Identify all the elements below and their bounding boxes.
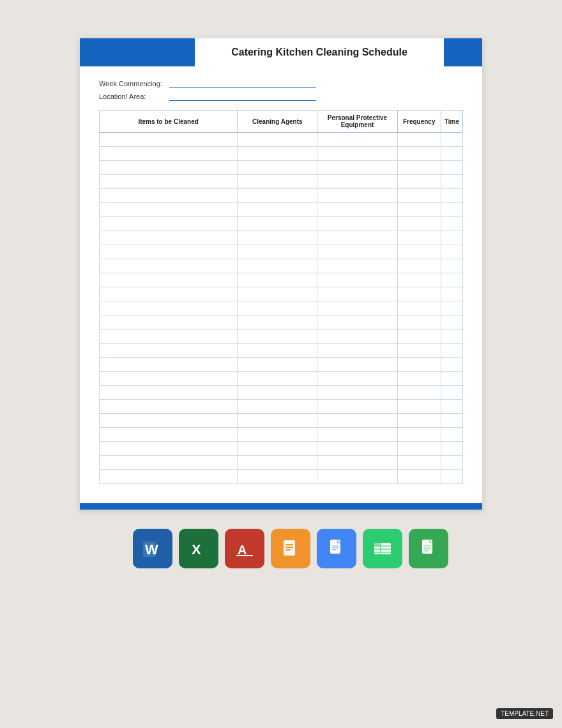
table-cell[interactable] xyxy=(397,189,441,203)
table-cell[interactable] xyxy=(100,231,238,245)
table-cell[interactable] xyxy=(441,315,462,330)
table-cell[interactable] xyxy=(238,301,317,315)
table-cell[interactable] xyxy=(317,372,397,386)
table-cell[interactable] xyxy=(317,470,397,484)
table-cell[interactable] xyxy=(100,315,238,330)
table-row[interactable] xyxy=(100,217,463,231)
table-row[interactable] xyxy=(100,414,463,428)
pages-icon[interactable] xyxy=(271,529,310,568)
table-cell[interactable] xyxy=(100,358,238,372)
table-cell[interactable] xyxy=(238,259,317,273)
table-row[interactable] xyxy=(100,133,463,147)
numbers-icon[interactable] xyxy=(363,529,402,568)
table-cell[interactable] xyxy=(397,161,441,175)
table-cell[interactable] xyxy=(100,217,238,231)
table-cell[interactable] xyxy=(397,287,441,301)
table-row[interactable] xyxy=(100,287,463,301)
table-cell[interactable] xyxy=(397,315,441,330)
table-cell[interactable] xyxy=(397,231,441,245)
table-cell[interactable] xyxy=(100,245,238,259)
table-row[interactable] xyxy=(100,315,463,330)
table-cell[interactable] xyxy=(238,147,317,161)
table-cell[interactable] xyxy=(441,470,462,484)
table-cell[interactable] xyxy=(100,287,238,301)
table-cell[interactable] xyxy=(238,372,317,386)
table-row[interactable] xyxy=(100,400,463,414)
table-cell[interactable] xyxy=(100,273,238,287)
table-cell[interactable] xyxy=(100,259,238,273)
table-cell[interactable] xyxy=(100,175,238,189)
excel-icon[interactable]: X xyxy=(179,529,218,568)
table-cell[interactable] xyxy=(317,330,397,344)
table-cell[interactable] xyxy=(441,259,462,273)
table-cell[interactable] xyxy=(397,217,441,231)
table-cell[interactable] xyxy=(441,372,462,386)
table-cell[interactable] xyxy=(238,344,317,358)
table-row[interactable] xyxy=(100,273,463,287)
table-cell[interactable] xyxy=(317,161,397,175)
table-row[interactable] xyxy=(100,175,463,189)
table-cell[interactable] xyxy=(238,470,317,484)
table-cell[interactable] xyxy=(238,231,317,245)
table-cell[interactable] xyxy=(317,203,397,217)
table-row[interactable] xyxy=(100,245,463,259)
google-sheets-icon[interactable] xyxy=(409,529,448,568)
table-cell[interactable] xyxy=(441,330,462,344)
table-cell[interactable] xyxy=(238,315,317,330)
table-row[interactable] xyxy=(100,456,463,470)
table-cell[interactable] xyxy=(317,231,397,245)
table-row[interactable] xyxy=(100,161,463,175)
table-cell[interactable] xyxy=(397,175,441,189)
table-cell[interactable] xyxy=(397,203,441,217)
table-cell[interactable] xyxy=(238,358,317,372)
table-row[interactable] xyxy=(100,259,463,273)
table-row[interactable] xyxy=(100,428,463,442)
table-cell[interactable] xyxy=(397,442,441,456)
table-cell[interactable] xyxy=(100,161,238,175)
table-cell[interactable] xyxy=(100,428,238,442)
table-cell[interactable] xyxy=(441,344,462,358)
table-cell[interactable] xyxy=(238,330,317,344)
table-cell[interactable] xyxy=(317,456,397,470)
table-cell[interactable] xyxy=(441,456,462,470)
table-cell[interactable] xyxy=(100,372,238,386)
table-cell[interactable] xyxy=(317,175,397,189)
pdf-icon[interactable]: A xyxy=(225,529,264,568)
table-cell[interactable] xyxy=(100,414,238,428)
table-cell[interactable] xyxy=(317,259,397,273)
table-cell[interactable] xyxy=(317,315,397,330)
table-row[interactable] xyxy=(100,442,463,456)
table-row[interactable] xyxy=(100,330,463,344)
table-cell[interactable] xyxy=(397,344,441,358)
table-cell[interactable] xyxy=(317,301,397,315)
table-cell[interactable] xyxy=(238,245,317,259)
table-cell[interactable] xyxy=(238,203,317,217)
table-cell[interactable] xyxy=(238,456,317,470)
table-cell[interactable] xyxy=(238,400,317,414)
table-cell[interactable] xyxy=(441,217,462,231)
table-cell[interactable] xyxy=(238,287,317,301)
table-cell[interactable] xyxy=(397,147,441,161)
table-cell[interactable] xyxy=(397,358,441,372)
table-cell[interactable] xyxy=(317,400,397,414)
table-cell[interactable] xyxy=(441,428,462,442)
table-cell[interactable] xyxy=(238,414,317,428)
table-cell[interactable] xyxy=(441,133,462,147)
table-cell[interactable] xyxy=(317,428,397,442)
week-input-line[interactable] xyxy=(169,79,316,88)
table-cell[interactable] xyxy=(238,217,317,231)
table-cell[interactable] xyxy=(100,386,238,400)
word-icon[interactable]: W xyxy=(133,529,172,568)
table-cell[interactable] xyxy=(397,428,441,442)
table-cell[interactable] xyxy=(238,175,317,189)
table-cell[interactable] xyxy=(317,133,397,147)
table-row[interactable] xyxy=(100,372,463,386)
table-cell[interactable] xyxy=(441,301,462,315)
table-cell[interactable] xyxy=(441,400,462,414)
table-cell[interactable] xyxy=(238,189,317,203)
table-cell[interactable] xyxy=(317,245,397,259)
table-cell[interactable] xyxy=(100,442,238,456)
table-row[interactable] xyxy=(100,189,463,203)
table-cell[interactable] xyxy=(397,414,441,428)
table-cell[interactable] xyxy=(100,133,238,147)
